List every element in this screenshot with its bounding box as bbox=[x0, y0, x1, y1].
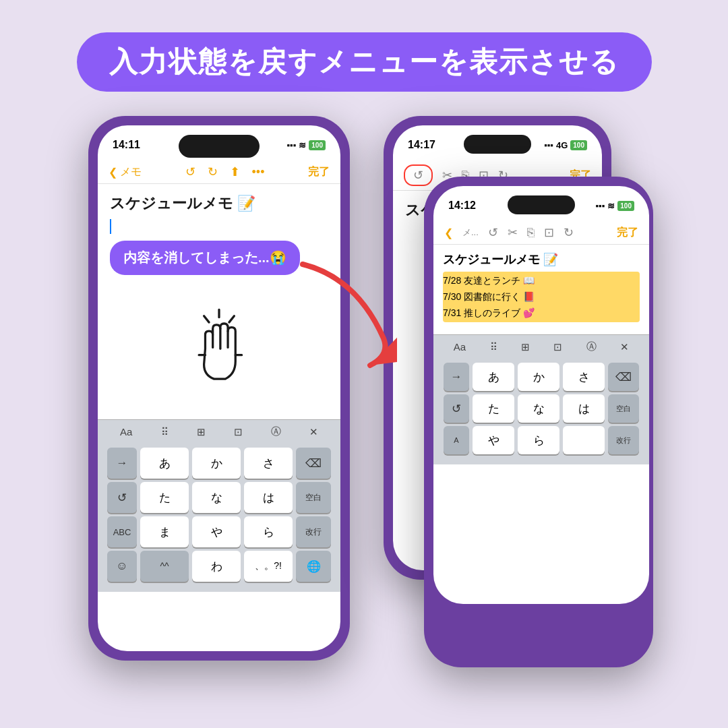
key-ta[interactable]: た bbox=[140, 482, 189, 513]
back-label: メモ bbox=[120, 165, 142, 179]
back-button-left[interactable]: ❮ メモ bbox=[109, 165, 142, 179]
key-punct[interactable]: 、。?! bbox=[244, 551, 293, 582]
key-ha-rf[interactable]: は bbox=[563, 394, 605, 423]
title-area: 入力状態を戻すメニューを表示させる bbox=[0, 0, 728, 116]
key-sa-rf[interactable]: さ bbox=[563, 363, 605, 391]
key-undo[interactable]: ↺ bbox=[107, 482, 137, 513]
key-sa[interactable]: さ bbox=[244, 448, 293, 479]
pen-icon[interactable]: Ⓐ bbox=[271, 425, 281, 438]
arrow-area bbox=[289, 251, 397, 375]
list-item-1: 7/28 友達とランチ 📖 bbox=[443, 273, 640, 289]
notes-content-rf: スケジュールメモ 📝 7/28 友達とランチ 📖 7/30 図書館に行く 📕 7… bbox=[433, 245, 649, 329]
redo-icon[interactable]: ↻ bbox=[208, 164, 218, 179]
cam-rf[interactable]: ⊡ bbox=[553, 341, 562, 353]
camera-icon[interactable]: ⊡ bbox=[234, 426, 243, 438]
key-abc-rf[interactable]: A bbox=[444, 426, 469, 454]
key-undo-rf[interactable]: ↺ bbox=[444, 394, 469, 423]
paste-rf[interactable]: ⊡ bbox=[544, 225, 554, 240]
right-group: 14:17 ▪▪▪ 4G 100 ↺ ✂ ⎘ ⊡ ↻ bbox=[384, 116, 640, 661]
phone-right-front: 14:12 ▪▪▪ ≋ 100 ❮ メ... ↺ ✂ ⎘ ⊡ bbox=[424, 177, 653, 667]
cut-rf[interactable]: ✂ bbox=[508, 225, 518, 240]
kb-row-rf-2: ↺ た な は 空白 bbox=[439, 394, 644, 423]
share-icon[interactable]: ⬆ bbox=[230, 164, 240, 179]
notes-toolbar-left: ❮ メモ ↺ ↻ ⬆ ••• 完了 bbox=[98, 160, 340, 184]
phones-wrapper: 14:11 ▪▪▪ ≋ 100 ❮ メモ ↺ ↻ ⬆ ••• bbox=[0, 116, 728, 661]
list-icon[interactable]: ⠿ bbox=[161, 426, 169, 438]
key-ma[interactable]: ま bbox=[140, 516, 189, 547]
key-ta-rf[interactable]: た bbox=[473, 394, 514, 423]
key-arrow[interactable]: → bbox=[107, 448, 137, 479]
key-a-rf[interactable]: あ bbox=[473, 363, 514, 391]
key-wa[interactable]: わ bbox=[192, 551, 241, 582]
key-emoji[interactable]: ☺ bbox=[107, 551, 137, 582]
aa-icon[interactable]: Aa bbox=[120, 426, 132, 437]
key-arr-rf[interactable]: → bbox=[444, 363, 469, 391]
key-ya[interactable]: や bbox=[192, 516, 241, 547]
title-badge: 入力状態を戻すメニューを表示させる bbox=[77, 32, 652, 92]
table-icon[interactable]: ⊞ bbox=[197, 426, 206, 438]
keyboard-rf: → あ か さ ⌫ ↺ た な は 空白 A や bbox=[433, 359, 649, 464]
dynamic-island-right-front bbox=[508, 195, 575, 214]
phone-left-inner: 14:11 ▪▪▪ ≋ 100 ❮ メモ ↺ ↻ ⬆ ••• bbox=[98, 125, 340, 651]
undo-button-highlighted[interactable]: ↺ bbox=[404, 164, 433, 186]
key-abc[interactable]: ABC bbox=[107, 516, 137, 547]
more-icon[interactable]: ••• bbox=[252, 165, 265, 179]
close-icon[interactable]: ✕ bbox=[309, 426, 318, 438]
key-bs-rf[interactable]: ⌫ bbox=[608, 363, 639, 391]
key-na-rf[interactable]: な bbox=[518, 394, 559, 423]
kb-toolbar-left: Aa ⠿ ⊞ ⊡ Ⓐ ✕ bbox=[98, 419, 340, 444]
back-rf[interactable]: ❮ bbox=[444, 226, 453, 239]
kb-row-1: → あ か さ ⌫ bbox=[103, 448, 335, 479]
key-ka[interactable]: か bbox=[192, 448, 241, 479]
key-space[interactable]: 空白 bbox=[296, 482, 331, 513]
arrow-icon bbox=[289, 251, 397, 372]
key-ra[interactable]: ら bbox=[244, 516, 293, 547]
status-time-left: 14:11 bbox=[113, 139, 140, 151]
phone-left: 14:11 ▪▪▪ ≋ 100 ❮ メモ ↺ ↻ ⬆ ••• bbox=[88, 116, 350, 661]
key-sp-rf[interactable]: 空白 bbox=[608, 394, 639, 423]
toolbar-icons-left: ↺ ↻ ⬆ ••• bbox=[185, 164, 265, 179]
copy-rf[interactable]: ⎘ bbox=[527, 226, 535, 240]
list-rf[interactable]: ⠿ bbox=[490, 341, 497, 353]
signal-rf: ▪▪▪ bbox=[595, 201, 605, 211]
aa-rf[interactable]: Aa bbox=[454, 341, 466, 353]
speech-bubble: 内容を消してしまった...😭 bbox=[110, 241, 300, 275]
key-ka-rf[interactable]: か bbox=[518, 363, 559, 391]
table-rf[interactable]: ⊞ bbox=[521, 341, 530, 353]
pen-rf[interactable]: Ⓐ bbox=[586, 340, 597, 353]
key-ha[interactable]: は bbox=[244, 482, 293, 513]
done-button-left[interactable]: 完了 bbox=[308, 165, 330, 179]
wifi-icon: ≋ bbox=[299, 140, 306, 150]
key-backspace[interactable]: ⌫ bbox=[296, 448, 331, 479]
edit-icons-rf: ❮ メ... ↺ ✂ ⎘ ⊡ ↻ bbox=[444, 225, 574, 240]
hand-gesture-icon bbox=[179, 305, 260, 399]
close-rf[interactable]: ✕ bbox=[620, 341, 629, 353]
undo-rf[interactable]: ↺ bbox=[488, 225, 498, 240]
key-ya-rf[interactable]: や bbox=[473, 426, 514, 454]
notes-items-rf: 7/28 友達とランチ 📖 7/30 図書館に行く 📕 7/31 推しのライブ … bbox=[443, 273, 640, 321]
key-ret-rf[interactable]: 改行 bbox=[608, 426, 639, 454]
key-a[interactable]: あ bbox=[140, 448, 189, 479]
kb-row-rf-3: A や ら 改行 bbox=[439, 426, 644, 454]
key-ra-rf[interactable]: ら bbox=[518, 426, 559, 454]
kb-row-4: ☺ ^^ わ 、。?! 🌐 bbox=[103, 551, 335, 582]
key-globe[interactable]: 🌐 bbox=[296, 551, 331, 582]
status-icons-rf: ▪▪▪ ≋ 100 bbox=[595, 201, 634, 211]
dynamic-island-right-back bbox=[464, 135, 531, 154]
key-na[interactable]: な bbox=[192, 482, 241, 513]
key-return[interactable]: 改行 bbox=[296, 516, 331, 547]
cursor-left bbox=[110, 219, 111, 234]
redo-rf[interactable]: ↻ bbox=[564, 225, 574, 240]
undo-icon[interactable]: ↺ bbox=[185, 164, 195, 179]
status-time-rf: 14:12 bbox=[448, 200, 476, 212]
kb-row-3: ABC ま や ら 改行 bbox=[103, 516, 335, 547]
kb-row-rf-1: → あ か さ ⌫ bbox=[439, 363, 644, 391]
svg-line-2 bbox=[229, 316, 234, 322]
wifi-4g: 4G bbox=[556, 140, 568, 150]
signal-icon: ▪▪▪ bbox=[286, 140, 296, 150]
done-rf[interactable]: 完了 bbox=[617, 226, 638, 240]
chevron-left-icon: ❮ bbox=[109, 166, 117, 179]
key-caps[interactable]: ^^ bbox=[140, 551, 189, 582]
notes-title-rf: スケジュールメモ 📝 bbox=[443, 251, 640, 268]
list-item-2: 7/30 図書館に行く 📕 bbox=[443, 289, 640, 305]
